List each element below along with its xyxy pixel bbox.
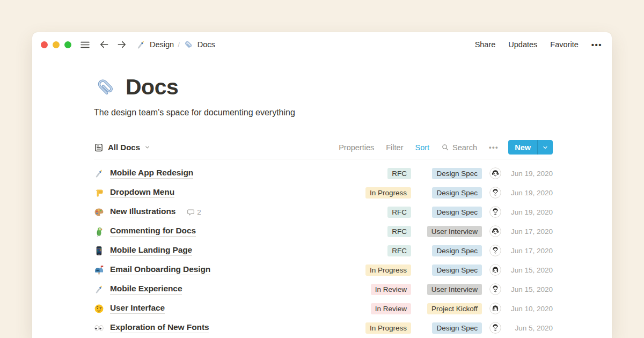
- doc-title-link[interactable]: User Interface: [110, 303, 165, 314]
- type-tag: Design Spec: [432, 245, 482, 256]
- breadcrumb-label: Design: [150, 40, 174, 49]
- type-tag: User Interview: [427, 284, 482, 295]
- sidebar-toggle-button[interactable]: [79, 39, 91, 50]
- new-button-group: New: [508, 140, 553, 155]
- traffic-lights: [41, 41, 71, 48]
- paintbrush-emoji-icon: [94, 168, 104, 179]
- doc-title-link[interactable]: Mobile Landing Page: [110, 245, 192, 256]
- table-row[interactable]: Email Onboarding Design In Progress Desi…: [94, 260, 553, 280]
- avatar: [489, 167, 501, 179]
- type-tag: Design Spec: [432, 322, 482, 334]
- filter-button[interactable]: Filter: [386, 143, 403, 152]
- hamburger-icon: [79, 39, 91, 50]
- table-row[interactable]: Dropdown Menu In Progress Design Spec Ju…: [94, 183, 553, 202]
- table-row[interactable]: User Interface In Review Project Kickoff…: [94, 299, 553, 318]
- status-tag: RFC: [387, 207, 411, 218]
- arrow-right-icon: [116, 39, 127, 50]
- palette-emoji-icon: [94, 207, 104, 217]
- breadcrumb-item-design[interactable]: Design: [136, 40, 174, 50]
- status-tag: In Progress: [365, 322, 411, 334]
- avatar: [489, 322, 501, 334]
- doc-date: Jun 19, 2020: [507, 170, 553, 178]
- status-tag: RFC: [387, 245, 411, 256]
- back-button[interactable]: [99, 39, 109, 50]
- updates-button[interactable]: Updates: [508, 40, 537, 49]
- app-window: Design / Docs Share Updates Favorite •••: [32, 32, 612, 338]
- type-tag: Project Kickoff: [427, 303, 482, 314]
- breadcrumb-separator: /: [178, 41, 180, 49]
- paintbrush-emoji-icon: [136, 40, 146, 50]
- table-header-divider: [94, 159, 553, 159]
- comment-bubble-icon: [187, 208, 195, 216]
- view-selector[interactable]: All Docs: [94, 143, 150, 152]
- doc-date: Jun 17, 2020: [507, 247, 553, 255]
- avatar: [489, 283, 501, 295]
- status-tag: In Review: [371, 284, 411, 295]
- table-row[interactable]: Mobile Experience In Review User Intervi…: [94, 280, 553, 299]
- view-selector-label: All Docs: [108, 143, 140, 152]
- table-row[interactable]: Commenting for Docs RFC User Interview J…: [94, 222, 553, 241]
- toolbar-more-button[interactable]: •••: [489, 143, 499, 151]
- docs-list: Mobile App Redesign RFC Design Spec Jun …: [94, 164, 553, 337]
- avatar: [489, 187, 501, 199]
- properties-button[interactable]: Properties: [339, 143, 374, 152]
- doc-date: Jun 19, 2020: [507, 189, 553, 197]
- type-tag: Design Spec: [432, 168, 482, 179]
- page-title: Docs: [126, 75, 178, 100]
- page-paperclip-icon[interactable]: [94, 76, 118, 99]
- eyes-emoji-icon: [94, 323, 104, 333]
- zoom-window-button[interactable]: [64, 41, 71, 48]
- mobile-phone-emoji-icon: [94, 246, 104, 256]
- doc-date: Jun 10, 2020: [507, 305, 553, 313]
- doc-title-link[interactable]: Mobile App Redesign: [110, 168, 193, 179]
- doc-title-link[interactable]: Exploration of New Fonts: [110, 322, 209, 333]
- breadcrumb-item-docs[interactable]: Docs: [184, 40, 215, 50]
- parrot-emoji-icon: [94, 226, 104, 237]
- doc-date: Jun 15, 2020: [507, 285, 553, 293]
- doc-title-link[interactable]: Dropdown Menu: [110, 187, 174, 198]
- view-toolbar: All Docs Properties Filter Sort Search •…: [94, 140, 553, 155]
- forward-button[interactable]: [116, 39, 127, 50]
- doc-title-link[interactable]: Email Onboarding Design: [110, 264, 210, 275]
- type-tag: User Interview: [427, 226, 482, 237]
- breadcrumb-label: Docs: [197, 40, 215, 49]
- table-row[interactable]: Mobile Landing Page RFC Design Spec Jun …: [94, 241, 553, 260]
- more-options-button[interactable]: •••: [591, 40, 602, 49]
- doc-date: Jun 5, 2020: [507, 324, 553, 332]
- minimize-window-button[interactable]: [53, 41, 60, 48]
- close-window-button[interactable]: [41, 41, 48, 48]
- page-subtitle: The design team's space for documenting …: [94, 108, 553, 117]
- search-icon: [441, 143, 449, 151]
- table-row[interactable]: Mobile App Redesign RFC Design Spec Jun …: [94, 164, 553, 183]
- list-view-icon: [94, 143, 104, 152]
- mailbox-emoji-icon: [94, 265, 104, 275]
- doc-title-link[interactable]: Commenting for Docs: [110, 226, 196, 237]
- comment-count-value: 2: [197, 208, 201, 216]
- status-tag: In Review: [371, 303, 411, 314]
- breadcrumb: Design / Docs: [136, 40, 215, 50]
- paperclip-emoji-icon: [184, 40, 194, 50]
- paintbrush-emoji-icon: [94, 284, 104, 295]
- search-label: Search: [452, 143, 477, 152]
- avatar: [489, 225, 501, 237]
- new-button[interactable]: New: [508, 140, 537, 155]
- status-tag: RFC: [387, 226, 411, 237]
- doc-title-link[interactable]: New Illustrations: [110, 207, 175, 217]
- raised-eyebrow-face-emoji-icon: [94, 304, 104, 314]
- comment-count[interactable]: 2: [187, 208, 201, 216]
- doc-date: Jun 19, 2020: [507, 208, 553, 216]
- table-row[interactable]: New Illustrations 2 RFC Design Spec Jun …: [94, 202, 553, 222]
- type-tag: Design Spec: [432, 207, 482, 218]
- search-button[interactable]: Search: [441, 143, 477, 152]
- favorite-button[interactable]: Favorite: [550, 40, 578, 49]
- new-dropdown-button[interactable]: [537, 140, 553, 155]
- chevron-down-icon: [542, 144, 548, 151]
- avatar: [489, 264, 501, 276]
- avatar: [489, 245, 501, 256]
- table-row[interactable]: Exploration of New Fonts In Progress Des…: [94, 318, 553, 337]
- type-tag: Design Spec: [432, 264, 482, 276]
- sort-button[interactable]: Sort: [415, 143, 429, 152]
- share-button[interactable]: Share: [475, 40, 496, 49]
- doc-title-link[interactable]: Mobile Experience: [110, 284, 182, 295]
- doc-date: Jun 17, 2020: [507, 227, 553, 236]
